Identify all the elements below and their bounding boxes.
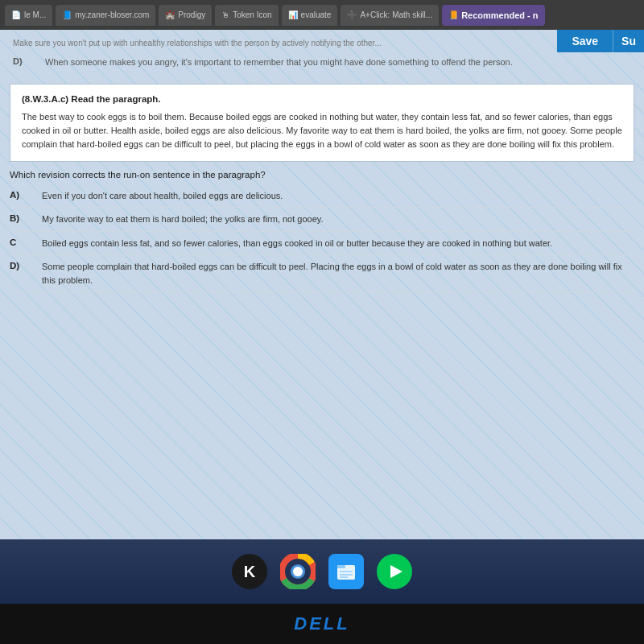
tab-label-le-m: le M... xyxy=(24,10,46,19)
tab-le-m[interactable]: 📄 le M... xyxy=(5,5,52,26)
su-button[interactable]: Su xyxy=(613,30,644,52)
save-area: Save Su xyxy=(557,30,644,52)
answer-row-d[interactable]: D) Some people complain that hard-boiled… xyxy=(10,255,634,292)
question-standard: (8.W.3.A.c) Read the paragraph. xyxy=(22,94,622,104)
tab-icon-prodigy: 🏰 xyxy=(165,10,175,19)
tab-zaner[interactable]: 📘 my.zaner-bloser.com xyxy=(56,5,155,26)
answer-text-b: My favorite way to eat them is hard boil… xyxy=(42,213,324,226)
tab-icon-zaner: 📘 xyxy=(62,10,72,19)
tab-token[interactable]: 🖱 Token Icon xyxy=(215,5,278,26)
answer-row-b[interactable]: B) My favorite way to eat them is hard b… xyxy=(10,208,634,232)
answer-letter-a: A) xyxy=(10,189,42,200)
tab-icon-math: ➕ xyxy=(347,10,357,19)
tab-icon-token: 🖱 xyxy=(221,10,229,19)
answer-text-d: Some people complain that hard-boiled eg… xyxy=(42,260,634,287)
answer-options: A) Even if you don't care about health, … xyxy=(10,184,634,293)
save-button[interactable]: Save xyxy=(557,30,613,52)
answer-text-c: Boiled eggs contain less fat, and so few… xyxy=(42,237,552,250)
content-area: Make sure you won't put up with unhealth… xyxy=(0,30,644,539)
question-prompt: Which revision corrects the run-on sente… xyxy=(10,170,634,180)
svg-rect-4 xyxy=(337,565,345,568)
tab-label-token: Token Icon xyxy=(233,10,271,19)
answer-letter-d: D) xyxy=(10,260,42,270)
tab-label-recommended: Recommended - n xyxy=(461,10,538,20)
answer-row-a[interactable]: A) Even if you don't care about health, … xyxy=(10,184,634,208)
svg-point-2 xyxy=(293,567,303,576)
prev-answer-letter: D) xyxy=(13,56,45,66)
tab-label-zaner: my.zaner-bloser.com xyxy=(75,10,149,19)
answer-letter-b: B) xyxy=(10,213,42,223)
dell-logo: DELL xyxy=(294,613,349,634)
tab-evaluate[interactable]: 📊 evaluate xyxy=(282,5,338,26)
question-box: (8.W.3.A.c) Read the paragraph. The best… xyxy=(10,84,634,162)
answer-text-a: Even if you don't care about health, boi… xyxy=(42,189,283,203)
tab-label-math: A+Click: Math skill... xyxy=(360,10,432,19)
answer-row-c[interactable]: C Boiled eggs contain less fat, and so f… xyxy=(10,232,634,256)
bottom-bar: DELL xyxy=(0,604,644,644)
taskbar: K xyxy=(0,539,644,604)
answer-letter-c: C xyxy=(10,237,42,247)
taskbar-k-icon[interactable]: K xyxy=(232,554,267,589)
tab-math[interactable]: ➕ A+Click: Math skill... xyxy=(341,5,439,26)
prev-question-text: Make sure you won't put up with unhealth… xyxy=(0,30,644,52)
tab-icon-recommended: 📙 xyxy=(448,10,458,19)
tab-recommended[interactable]: 📙 Recommended - n xyxy=(442,5,544,26)
tab-prodigy[interactable]: 🏰 Prodigy xyxy=(159,5,212,26)
browser-bar: 📄 le M... 📘 my.zaner-bloser.com 🏰 Prodig… xyxy=(0,0,644,30)
taskbar-files-icon[interactable] xyxy=(328,554,364,589)
taskbar-play-icon[interactable] xyxy=(377,554,412,589)
question-passage: The best way to cook eggs is to boil the… xyxy=(22,110,622,151)
tab-label-prodigy: Prodigy xyxy=(178,10,205,19)
prev-answer-text: When someone makes you angry, it's impor… xyxy=(45,56,513,69)
taskbar-chrome-icon[interactable] xyxy=(280,554,316,589)
tab-icon-evaluate: 📊 xyxy=(288,10,298,19)
tab-label-evaluate: evaluate xyxy=(301,10,332,19)
tab-icon-le-m: 📄 xyxy=(11,10,21,19)
